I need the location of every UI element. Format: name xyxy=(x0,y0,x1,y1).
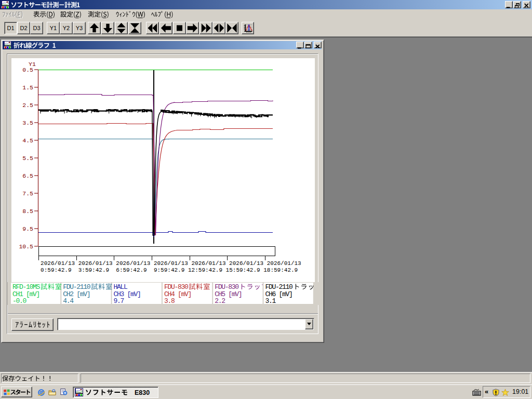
svg-text:10.5: 10.5 xyxy=(19,243,33,250)
svg-text:0:59:42.9: 0:59:42.9 xyxy=(41,267,71,273)
svg-text:3:59:42.9: 3:59:42.9 xyxy=(78,267,109,273)
svg-text:9.7: 9.7 xyxy=(114,297,124,305)
svg-text:5.5: 5.5 xyxy=(22,155,33,162)
svg-text:4.4: 4.4 xyxy=(63,297,74,305)
svg-text:2026/01/13: 2026/01/13 xyxy=(267,260,301,267)
svg-text:9:59:42.9: 9:59:42.9 xyxy=(154,267,184,273)
svg-text:4.5: 4.5 xyxy=(22,137,33,144)
svg-text:12:59:42.9: 12:59:42.9 xyxy=(188,267,222,273)
svg-text:18:59:42.9: 18:59:42.9 xyxy=(263,267,298,273)
svg-text:8.5: 8.5 xyxy=(22,208,33,215)
svg-text:2026/01/13: 2026/01/13 xyxy=(192,260,226,267)
svg-text:2.5: 2.5 xyxy=(22,102,33,109)
svg-text:15:59:42.9: 15:59:42.9 xyxy=(226,267,260,273)
svg-text:E830: E830 xyxy=(135,389,150,396)
svg-text:2.2: 2.2 xyxy=(215,297,225,305)
svg-text:3.5: 3.5 xyxy=(22,119,33,126)
svg-text:2026/01/13: 2026/01/13 xyxy=(41,260,75,267)
svg-text:2026/01/13: 2026/01/13 xyxy=(78,260,113,267)
svg-text:3.8: 3.8 xyxy=(164,297,175,305)
svg-text:-0.0: -0.0 xyxy=(12,297,26,305)
svg-text:3.1: 3.1 xyxy=(265,297,276,305)
svg-text:2026/01/13: 2026/01/13 xyxy=(116,260,150,267)
svg-text:1.5: 1.5 xyxy=(22,84,33,91)
svg-text:6.5: 6.5 xyxy=(22,172,33,179)
svg-text:2026/01/13: 2026/01/13 xyxy=(154,260,188,267)
svg-text:6:59:42.9: 6:59:42.9 xyxy=(116,267,147,273)
svg-text:Y1: Y1 xyxy=(29,61,36,68)
svg-text:9.5: 9.5 xyxy=(22,225,33,232)
svg-text:2026/01/13: 2026/01/13 xyxy=(229,260,263,267)
svg-text:7.5: 7.5 xyxy=(22,190,33,197)
